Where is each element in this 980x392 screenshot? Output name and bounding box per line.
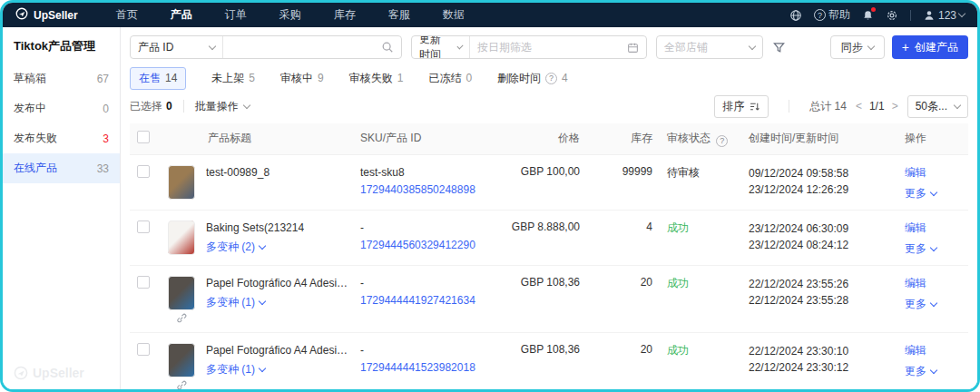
created-time: 23/12/2024 06:30:09: [749, 220, 890, 238]
sidebar-item-label: 发布中: [14, 101, 46, 116]
help-button[interactable]: ? 帮助: [814, 7, 850, 23]
product-id-link[interactable]: 1729444560329412290: [360, 239, 480, 251]
row-checkbox[interactable]: [137, 343, 150, 356]
tab-count: 9: [318, 72, 324, 84]
nav-item-products[interactable]: 产品: [171, 7, 192, 23]
variant-label: 多变种 (2): [206, 240, 255, 255]
row-checkbox[interactable]: [137, 276, 150, 289]
notifications-bell-icon[interactable]: [862, 9, 874, 22]
dates-cell: 09/12/2024 09:58:58 23/12/2024 12:26:29: [741, 154, 897, 210]
tab-review-failed[interactable]: 审核失败 1: [349, 71, 404, 86]
product-id-link[interactable]: 1729440385850248898: [360, 183, 480, 196]
more-button[interactable]: 更多: [905, 241, 936, 257]
variant-toggle[interactable]: 多变种 (1): [206, 362, 265, 377]
create-product-button[interactable]: + 创建产品: [892, 35, 968, 59]
tab-in-review[interactable]: 审核中 9: [280, 71, 324, 86]
page-size-select[interactable]: 50条...: [907, 95, 968, 118]
row-checkbox[interactable]: [137, 220, 150, 233]
product-title[interactable]: Papel Fotográfico A4 Adesivo 130g Off Pa…: [206, 276, 349, 291]
toolbar-right: 排序 总计 14 < 1/1 > 50条...: [714, 95, 968, 118]
product-thumbnail[interactable]: [168, 165, 195, 200]
more-button[interactable]: 更多: [905, 297, 936, 312]
select-all-checkbox[interactable]: [137, 131, 150, 143]
table-row: Papel Fotográfico A4 Adesivo 130g Off Pa…: [130, 332, 968, 389]
prev-page-icon[interactable]: <: [856, 100, 862, 113]
tab-count: 4: [562, 72, 568, 84]
row-checkbox[interactable]: [137, 165, 150, 178]
brand-icon: [15, 7, 28, 23]
more-button[interactable]: 更多: [905, 186, 936, 201]
status-text: 成功: [667, 344, 689, 357]
price-cell: GBP 8.888,00: [487, 210, 587, 265]
product-id-link[interactable]: 1729444441523982018: [360, 361, 480, 374]
product-thumbnail[interactable]: [168, 343, 195, 377]
next-page-icon[interactable]: >: [892, 100, 898, 113]
nav-item-home[interactable]: 首页: [116, 7, 138, 23]
sidebar-item-publishing[interactable]: 发布中 0: [3, 93, 120, 123]
watermark-logo-icon: [14, 366, 28, 380]
date-type-select[interactable]: 更新时间: [412, 36, 470, 58]
variant-toggle[interactable]: 多变种 (1): [206, 295, 265, 310]
watermark-text: UpSeller: [33, 366, 84, 380]
date-range-input[interactable]: [470, 36, 625, 58]
link-icon[interactable]: [176, 313, 187, 324]
product-id-link[interactable]: 1729444441927421634: [360, 294, 480, 307]
store-select[interactable]: 全部店铺: [656, 35, 763, 59]
tab-frozen[interactable]: 已冻结 0: [428, 71, 472, 86]
product-title[interactable]: test-00989_8: [206, 165, 270, 181]
edit-button[interactable]: 编辑: [905, 276, 961, 291]
sidebar-item-drafts[interactable]: 草稿箱 67: [3, 64, 120, 93]
product-title[interactable]: Papel Fotográfico A4 Adesivo 130g Off Pa…: [206, 343, 349, 358]
plus-icon: +: [902, 41, 909, 54]
nav-item-purchasing[interactable]: 采购: [279, 7, 301, 23]
edit-button[interactable]: 编辑: [905, 343, 961, 358]
chevron-down-icon: [749, 42, 756, 49]
product-search-group: 产品 ID: [130, 35, 402, 59]
created-time: 22/12/2024 23:30:10: [749, 343, 890, 360]
tab-not-listed[interactable]: 未上架 5: [211, 71, 255, 86]
calendar-icon[interactable]: [625, 36, 646, 58]
edit-button[interactable]: 编辑: [905, 220, 961, 236]
more-button[interactable]: 更多: [905, 364, 936, 379]
nav-item-inventory[interactable]: 库存: [334, 7, 356, 23]
col-header-stock: 库存: [631, 132, 652, 144]
col-header-dates: 创建时间/更新时间: [749, 132, 838, 144]
nav-item-data[interactable]: 数据: [443, 7, 465, 23]
search-type-select[interactable]: 产品 ID: [131, 36, 223, 58]
nav-item-service[interactable]: 客服: [388, 7, 410, 23]
create-product-label: 创建产品: [915, 40, 958, 55]
language-globe-icon[interactable]: [789, 9, 802, 22]
filter-row: 产品 ID 更新时间: [130, 34, 968, 61]
chevron-down-icon: [930, 366, 937, 373]
product-thumbnail[interactable]: [168, 220, 195, 255]
sidebar-item-publish-failed[interactable]: 发布失败 3: [3, 123, 120, 153]
tab-on-sale[interactable]: 在售 14: [130, 67, 186, 90]
price-cell: GBP 108,36: [487, 332, 587, 389]
date-filter-group: 更新时间: [411, 35, 647, 59]
sync-button[interactable]: 同步: [830, 35, 885, 59]
settings-gear-icon[interactable]: [886, 9, 898, 22]
link-icon[interactable]: [176, 380, 187, 390]
advanced-filter-funnel-icon[interactable]: [772, 41, 786, 54]
user-menu[interactable]: 123: [923, 9, 965, 22]
search-icon[interactable]: [379, 36, 401, 58]
sidebar-item-online-products[interactable]: 在线产品 33: [3, 153, 120, 183]
edit-button[interactable]: 编辑: [905, 165, 961, 181]
nav-item-orders[interactable]: 订单: [225, 7, 247, 23]
tab-deleted[interactable]: 删除时间 ? 4: [497, 71, 568, 86]
product-title[interactable]: Baking Sets(213214: [206, 220, 304, 236]
dates-cell: 22/12/2024 23:55:26 22/12/2024 23:55:28: [741, 265, 897, 332]
col-header-actions: 操作: [905, 132, 926, 144]
product-thumbnail[interactable]: [168, 276, 195, 310]
brand-logo[interactable]: UpSeller: [15, 7, 78, 23]
variant-toggle[interactable]: 多变种 (2): [206, 240, 265, 255]
search-input[interactable]: [223, 36, 379, 58]
stock-cell: 99999: [587, 154, 660, 210]
stock-cell: 20: [587, 265, 660, 332]
bulk-actions-button[interactable]: 批量操作: [195, 99, 250, 114]
tab-count: 14: [165, 72, 177, 84]
pagination: < 1/1 >: [856, 100, 898, 113]
sort-button[interactable]: 排序: [714, 95, 769, 118]
status-text: 成功: [667, 277, 689, 289]
sidebar-item-label: 草稿箱: [14, 71, 46, 86]
